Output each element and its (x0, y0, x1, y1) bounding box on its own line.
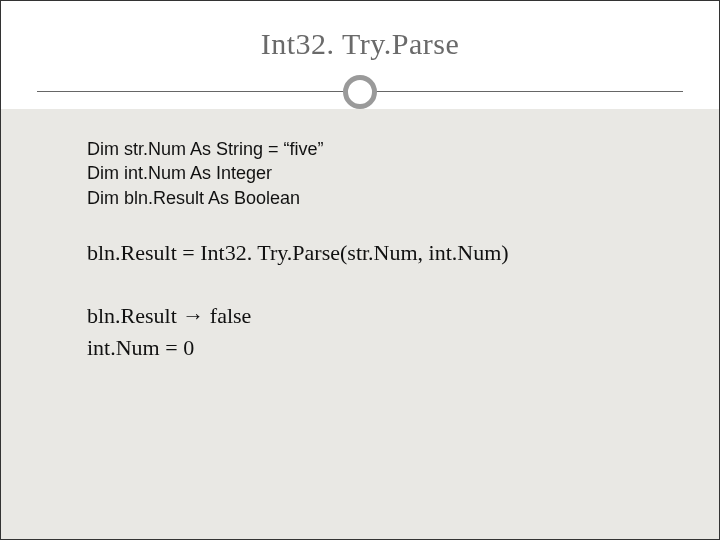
slide-header: Int32. Try.Parse (1, 1, 719, 119)
slide-title: Int32. Try.Parse (1, 1, 719, 61)
decl-line-1: Dim str.Num As String = “five” (87, 137, 633, 161)
slide-body: Dim str.Num As String = “five” Dim int.N… (1, 109, 719, 539)
decl-line-2: Dim int.Num As Integer (87, 161, 633, 185)
circle-ornament-icon (343, 75, 377, 109)
result-line-2: int.Num = 0 (87, 332, 633, 364)
result-block: bln.Result → false int.Num = 0 (87, 300, 633, 364)
decl-line-3: Dim bln.Result As Boolean (87, 186, 633, 210)
result-line-1: bln.Result → false (87, 300, 633, 332)
declaration-block: Dim str.Num As String = “five” Dim int.N… (87, 137, 633, 210)
main-statement: bln.Result = Int32. Try.Parse(str.Num, i… (87, 240, 633, 266)
slide-container: Int32. Try.Parse Dim str.Num As String =… (0, 0, 720, 540)
